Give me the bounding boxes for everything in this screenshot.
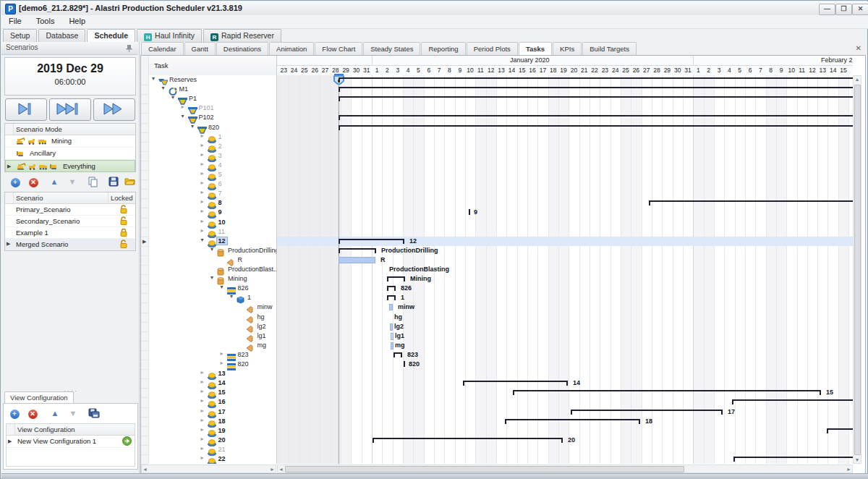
lock-open-icon[interactable] xyxy=(119,205,128,215)
gantt-summary-bar[interactable] xyxy=(373,438,563,439)
tree-row-9[interactable]: ▸9 xyxy=(149,208,276,217)
gantt-tiny-task-bar[interactable] xyxy=(391,342,393,349)
maximize-button[interactable]: ❐ xyxy=(835,4,852,15)
expander-closed-icon[interactable]: ▸ xyxy=(221,360,224,366)
scenario-row-secondary_scenario[interactable]: Secondary_Scenario xyxy=(5,216,135,227)
tree-row-820[interactable]: ▸820 xyxy=(149,360,276,369)
scroll-left-arrow[interactable]: ◄ xyxy=(278,467,284,472)
view-config-add-button[interactable]: + xyxy=(7,406,22,420)
gantt-summary-bar[interactable] xyxy=(339,96,853,98)
vertical-scroll-thumb[interactable] xyxy=(854,85,861,455)
tree-row-15[interactable]: ▸15 xyxy=(149,388,276,397)
lock-closed-icon[interactable] xyxy=(119,228,128,238)
menu-help[interactable]: Help xyxy=(61,15,93,27)
tree-row-820[interactable]: ▾820 xyxy=(149,123,276,132)
expander-closed-icon[interactable]: ▸ xyxy=(201,445,204,452)
tasks-tab-animation[interactable]: Animation xyxy=(269,42,314,55)
expander-closed-icon[interactable]: ▸ xyxy=(201,369,204,376)
expander-open-icon[interactable]: ▾ xyxy=(171,94,174,101)
tree-row-16[interactable]: ▸16 xyxy=(149,397,276,407)
expander-closed-icon[interactable]: ▸ xyxy=(201,426,204,433)
scenario-move-up-button[interactable]: ▲ xyxy=(46,174,62,189)
expander-open-icon[interactable]: ▾ xyxy=(221,284,224,290)
tree-row-18[interactable]: ▸18 xyxy=(149,417,276,426)
expander-open-icon[interactable]: ▾ xyxy=(230,293,233,300)
tree-row-1[interactable]: ▸1 xyxy=(149,132,276,142)
scenario-mode-row-mining[interactable]: Mining xyxy=(5,135,135,148)
scenario-row-primary_scenario[interactable]: Primary_Scenario xyxy=(5,204,135,216)
tasks-tab-tasks[interactable]: Tasks xyxy=(519,42,552,55)
current-time-line[interactable] xyxy=(339,75,339,464)
tree-row-22[interactable]: ▸22 xyxy=(149,454,276,464)
gantt-summary-bar[interactable] xyxy=(733,457,853,458)
gantt-summary-bar[interactable] xyxy=(463,381,568,382)
view-config-row[interactable]: ▶New View Configuration 1 xyxy=(7,436,135,448)
gantt-summary-bar[interactable] xyxy=(387,276,405,278)
advance-one-period-button[interactable] xyxy=(5,98,47,121)
tasks-tab-gantt[interactable]: Gantt xyxy=(184,42,216,55)
expander-closed-icon[interactable]: ▸ xyxy=(201,142,204,148)
tasks-tab-flow-chart[interactable]: Flow Chart xyxy=(315,42,362,55)
main-tab-database[interactable]: Database xyxy=(38,29,85,42)
expander-closed-icon[interactable]: ▸ xyxy=(201,170,204,177)
expander-closed-icon[interactable]: ▸ xyxy=(201,378,204,385)
lock-open-icon[interactable] xyxy=(119,240,128,250)
expander-open-icon[interactable]: ▾ xyxy=(152,75,155,82)
main-tab-setup[interactable]: Setup xyxy=(3,29,37,42)
expander-closed-icon[interactable]: ▸ xyxy=(201,417,204,423)
scenario-row-merged-scenario[interactable]: ▶Merged Scenario xyxy=(5,239,135,250)
tree-row-p102[interactable]: ▾P102 xyxy=(149,113,276,122)
expander-open-icon[interactable]: ▾ xyxy=(182,113,184,119)
expander-closed-icon[interactable]: ▸ xyxy=(221,350,224,357)
tree-row-11[interactable]: ▸11 xyxy=(149,227,276,237)
main-tab-haul-infinity[interactable]: HHaul Infinity xyxy=(137,29,202,42)
tree-row-3[interactable]: ▸3 xyxy=(149,151,276,161)
close-button[interactable]: ✕ xyxy=(852,4,868,15)
tasks-tab-steady-states[interactable]: Steady States xyxy=(363,42,420,55)
gantt-vertical-scrollbar[interactable]: ▲ ▼ xyxy=(853,75,861,464)
tree-row-8[interactable]: ▸8 xyxy=(149,198,276,208)
scenario-delete-button[interactable]: ✕ xyxy=(25,174,41,189)
tree-row-p101[interactable]: ▸P101 xyxy=(149,103,276,113)
expander-closed-icon[interactable]: ▸ xyxy=(201,397,204,404)
gantt-summary-bar[interactable] xyxy=(339,115,853,116)
tasks-tab-period-plots[interactable]: Period Plots xyxy=(467,42,518,55)
gantt-summary-bar[interactable] xyxy=(571,410,723,411)
tree-row-1[interactable]: ▾1 xyxy=(149,293,276,302)
scenario-save-button[interactable] xyxy=(106,174,122,189)
scenario-move-down-button[interactable]: ▼ xyxy=(64,174,80,189)
gantt-milestone-tick[interactable] xyxy=(469,209,470,215)
main-tab-schedule[interactable]: Schedule xyxy=(87,29,135,43)
expander-open-icon[interactable]: ▾ xyxy=(191,123,194,130)
gantt-tiny-task-bar[interactable] xyxy=(391,333,393,340)
tasks-tab-kpis[interactable]: KPIs xyxy=(553,42,582,55)
scroll-down-arrow[interactable]: ▼ xyxy=(854,457,861,462)
expander-closed-icon[interactable]: ▸ xyxy=(201,407,204,414)
scenario-open-button[interactable] xyxy=(122,174,137,189)
tree-row-r[interactable]: R xyxy=(149,255,276,265)
expander-closed-icon[interactable]: ▸ xyxy=(201,161,204,167)
expander-closed-icon[interactable]: ▸ xyxy=(201,151,204,158)
gantt-summary-bar[interactable] xyxy=(339,77,853,79)
tree-row-mg[interactable]: mg xyxy=(149,341,276,350)
tasks-tab-build-targets[interactable]: Build Targets xyxy=(582,42,637,55)
expander-closed-icon[interactable]: ▸ xyxy=(201,198,204,205)
horizontal-scroll-thumb[interactable] xyxy=(285,466,684,472)
expander-closed-icon[interactable]: ▸ xyxy=(201,189,204,195)
tree-row-m1[interactable]: ▾M1 xyxy=(149,85,276,94)
tree-row-12[interactable]: ▾12 xyxy=(149,237,276,246)
gantt-horizontal-scrollbar[interactable]: ◄ ► xyxy=(277,465,853,473)
view-tab-view-configuration[interactable]: View Configuration xyxy=(4,391,74,404)
scroll-left-arrow[interactable]: ◄ xyxy=(142,467,148,472)
gantt-summary-bar[interactable] xyxy=(513,390,821,391)
gantt-tiny-task-bar[interactable] xyxy=(390,323,393,331)
close-tab-icon[interactable]: ✕ xyxy=(856,44,861,52)
expander-open-icon[interactable]: ▾ xyxy=(162,85,165,91)
tree-row-productiondrilling[interactable]: ▾ProductionDrilling xyxy=(149,246,276,255)
expander-closed-icon[interactable]: ▸ xyxy=(201,179,204,186)
tree-row-20[interactable]: ▸20 xyxy=(149,436,276,445)
view-config-move-down-button[interactable]: ▼ xyxy=(65,406,81,420)
go-arrow-icon[interactable] xyxy=(122,436,132,447)
expander-open-icon[interactable]: ▾ xyxy=(201,237,204,243)
view-config-move-up-button[interactable]: ▲ xyxy=(47,406,63,420)
